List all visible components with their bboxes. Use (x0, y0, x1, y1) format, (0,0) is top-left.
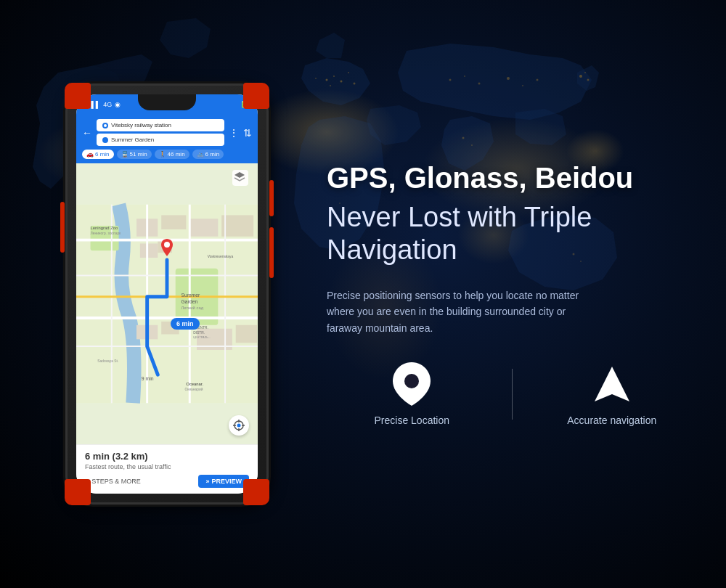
corner-tr (243, 83, 269, 109)
transit-mode[interactable]: 🚆 51 min (117, 150, 152, 159)
bike-mode[interactable]: 🚲 6 min (192, 150, 224, 159)
svg-text:Летний сад: Летний сад (182, 306, 204, 310)
route-bubble-text: 6 min (176, 320, 194, 327)
volume-button[interactable] (269, 227, 274, 278)
phone-notch (138, 94, 196, 110)
svg-point-69 (237, 424, 241, 428)
bike-icon: 🚲 (197, 151, 204, 158)
destination-to[interactable]: Summer Garden (97, 134, 224, 146)
feature-precise-location: Precise Location (327, 362, 497, 426)
route-detail: Fastest route, the usual traffic (85, 463, 249, 470)
svg-text:Океанарий: Океанарий (184, 388, 203, 391)
to-text: Summer Garden (111, 136, 154, 143)
feature-accurate-navigation: Accurate navigation (527, 362, 698, 426)
svg-text:Voskresenskaya: Voskresenskaya (208, 255, 234, 258)
back-icon[interactable]: ← (82, 127, 92, 139)
accurate-nav-icon-container (590, 362, 634, 406)
train-icon: 🚆 (121, 151, 129, 158)
to-dot (102, 137, 108, 143)
svg-point-70 (404, 374, 419, 388)
accurate-nav-label: Accurate navigation (567, 415, 656, 426)
precise-location-icon-container (390, 362, 433, 406)
svg-text:9 min: 9 min (142, 376, 154, 381)
svg-text:Garden: Garden (182, 299, 198, 304)
walk-mode[interactable]: 🚶 46 min (155, 150, 189, 159)
power-button[interactable] (269, 180, 274, 216)
nav-row-modes: 🚗 6 min 🚆 51 min 🚶 46 min 🚲 (82, 150, 252, 159)
preview-button[interactable]: » PREVIEW (198, 475, 249, 488)
nav-row-destinations: ← Vitebsky railway station Summer Garden (82, 119, 252, 146)
main-title: GPS, Glonass, Beidou (327, 162, 697, 194)
svg-text:ЦЕНТРАЛЬ...: ЦЕНТРАЛЬ... (193, 335, 211, 339)
corner-tl (65, 83, 91, 109)
bottom-info: 6 min (3.2 km) Fastest route, the usual … (76, 444, 258, 494)
route-time-bubble: 6 min (171, 318, 200, 330)
more-options-icon[interactable]: ⋮ (229, 127, 239, 139)
bike-time: 6 min (205, 151, 220, 158)
svg-rect-36 (221, 215, 253, 236)
navigation-bar: ← Vitebsky railway station Summer Garden (76, 115, 258, 163)
swap-icon[interactable]: ⇅ (243, 127, 252, 139)
bottom-buttons: ≡ STEPS & MORE » PREVIEW (85, 475, 249, 488)
phone-section: ▌▌▌ 4G ◉ 12:02 🔋 ← (29, 83, 305, 505)
svg-point-62 (164, 242, 170, 248)
feature-divider (512, 369, 513, 420)
svg-text:Sadovaya St.: Sadovaya St. (97, 359, 118, 363)
features-row: Precise Location Accurate navigation (327, 362, 697, 426)
destination-from[interactable]: Vitebsky railway station (97, 119, 224, 131)
navigation-arrow-icon (592, 364, 632, 404)
steps-label: STEPS & MORE (91, 478, 141, 485)
precise-location-label: Precise Location (374, 415, 449, 426)
svg-text:DISTR.: DISTR. (193, 331, 205, 335)
walk-time: 46 min (168, 151, 185, 158)
route-summary: 6 min (3.2 km) (85, 451, 249, 462)
from-dot (102, 123, 108, 128)
svg-text:Leningrad Zoo: Leningrad Zoo (91, 226, 118, 230)
corner-br (243, 479, 269, 505)
title-bold: GPS, Glonass, Beidou (327, 162, 633, 194)
map-svg: Summer Garden Летний сад Leningrad Zoo Л… (76, 163, 258, 444)
right-section: GPS, Glonass, Beidou Never Lost with Tri… (305, 162, 697, 426)
svg-text:Лениногр. зоопарк: Лениногр. зоопарк (91, 232, 122, 235)
my-location-button[interactable] (229, 415, 249, 436)
drive-time: 6 min (95, 151, 110, 158)
map-destination-pin (161, 239, 173, 259)
network-type: 4G (103, 101, 112, 108)
car-icon: 🚗 (86, 151, 94, 158)
svg-text:Summer: Summer (182, 293, 201, 298)
status-icons: ▌▌▌ 4G ◉ (86, 101, 121, 108)
layers-icon[interactable] (232, 169, 249, 189)
transit-time: 51 min (130, 151, 147, 158)
left-button[interactable] (60, 202, 65, 253)
preview-label: PREVIEW (211, 478, 242, 485)
from-text: Vitebsky railway station (111, 122, 171, 128)
content-wrapper: ▌▌▌ 4G ◉ 12:02 🔋 ← (0, 0, 726, 588)
phone-screen: ▌▌▌ 4G ◉ 12:02 🔋 ← (76, 94, 258, 494)
svg-rect-40 (236, 325, 257, 343)
steps-more-button[interactable]: ≡ STEPS & MORE (85, 478, 141, 485)
map-area[interactable]: Summer Garden Летний сад Leningrad Zoo Л… (76, 163, 258, 444)
svg-text:Oceanar.: Oceanar. (186, 382, 203, 386)
description-text: Precise positioning sensors to help you … (327, 287, 603, 336)
svg-rect-35 (189, 219, 218, 236)
forward-icon: » (205, 478, 209, 485)
corner-bl (65, 479, 91, 505)
gps-icon: ◉ (115, 101, 121, 108)
svg-rect-33 (140, 243, 158, 258)
phone-device: ▌▌▌ 4G ◉ 12:02 🔋 ← (65, 83, 269, 505)
drive-mode[interactable]: 🚗 6 min (82, 150, 114, 159)
sub-title: Never Lost with TripleNavigation (327, 201, 697, 267)
svg-rect-32 (161, 215, 186, 229)
location-pin-icon (393, 362, 431, 406)
walk-icon: 🚶 (159, 151, 166, 158)
